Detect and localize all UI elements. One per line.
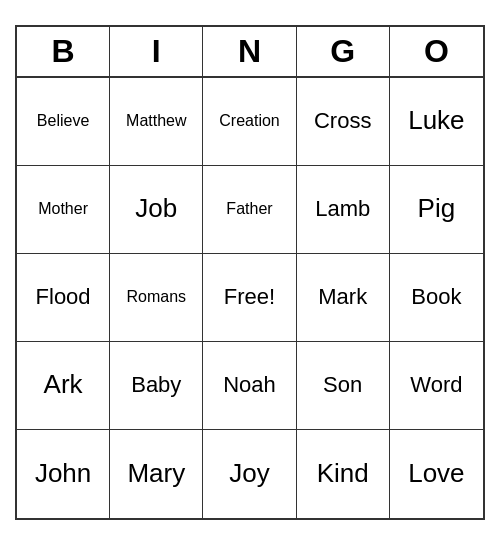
cell-r0-c2: Creation xyxy=(203,78,296,166)
cell-label: Book xyxy=(411,284,461,310)
header-letter: I xyxy=(110,27,203,76)
cell-r2-c0: Flood xyxy=(17,254,110,342)
cell-label: Mary xyxy=(127,458,185,489)
cell-r2-c4: Book xyxy=(390,254,483,342)
cell-r2-c3: Mark xyxy=(297,254,390,342)
cell-r4-c0: John xyxy=(17,430,110,518)
cell-r1-c1: Job xyxy=(110,166,203,254)
cell-label: Pig xyxy=(418,193,456,224)
header-letter: B xyxy=(17,27,110,76)
cell-r3-c1: Baby xyxy=(110,342,203,430)
cell-r1-c3: Lamb xyxy=(297,166,390,254)
header-letter: O xyxy=(390,27,483,76)
cell-r1-c4: Pig xyxy=(390,166,483,254)
bingo-header: BINGO xyxy=(17,27,483,78)
cell-label: John xyxy=(35,458,91,489)
cell-label: Son xyxy=(323,372,362,398)
cell-r3-c3: Son xyxy=(297,342,390,430)
cell-label: Word xyxy=(410,372,462,398)
cell-label: Noah xyxy=(223,372,276,398)
bingo-card: BINGO BelieveMatthewCreationCrossLukeMot… xyxy=(15,25,485,520)
header-letter: G xyxy=(297,27,390,76)
cell-r3-c4: Word xyxy=(390,342,483,430)
cell-r2-c2: Free! xyxy=(203,254,296,342)
cell-label: Mother xyxy=(38,199,88,218)
cell-label: Free! xyxy=(224,284,275,310)
header-letter: N xyxy=(203,27,296,76)
cell-label: Love xyxy=(408,458,464,489)
cell-label: Romans xyxy=(127,287,187,306)
cell-label: Cross xyxy=(314,108,371,134)
cell-label: Kind xyxy=(317,458,369,489)
cell-label: Believe xyxy=(37,111,89,130)
cell-label: Baby xyxy=(131,372,181,398)
cell-r3-c2: Noah xyxy=(203,342,296,430)
cell-label: Flood xyxy=(36,284,91,310)
cell-label: Joy xyxy=(229,458,269,489)
cell-r4-c4: Love xyxy=(390,430,483,518)
cell-label: Creation xyxy=(219,111,279,130)
cell-r0-c0: Believe xyxy=(17,78,110,166)
cell-r1-c2: Father xyxy=(203,166,296,254)
cell-r0-c4: Luke xyxy=(390,78,483,166)
cell-r2-c1: Romans xyxy=(110,254,203,342)
cell-r3-c0: Ark xyxy=(17,342,110,430)
bingo-grid: BelieveMatthewCreationCrossLukeMotherJob… xyxy=(17,78,483,518)
cell-r1-c0: Mother xyxy=(17,166,110,254)
cell-label: Luke xyxy=(408,105,464,136)
cell-r4-c3: Kind xyxy=(297,430,390,518)
cell-label: Ark xyxy=(44,369,83,400)
cell-r4-c2: Joy xyxy=(203,430,296,518)
cell-label: Mark xyxy=(318,284,367,310)
cell-r0-c3: Cross xyxy=(297,78,390,166)
cell-r4-c1: Mary xyxy=(110,430,203,518)
cell-label: Father xyxy=(226,199,272,218)
cell-r0-c1: Matthew xyxy=(110,78,203,166)
cell-label: Job xyxy=(135,193,177,224)
cell-label: Lamb xyxy=(315,196,370,222)
cell-label: Matthew xyxy=(126,111,186,130)
